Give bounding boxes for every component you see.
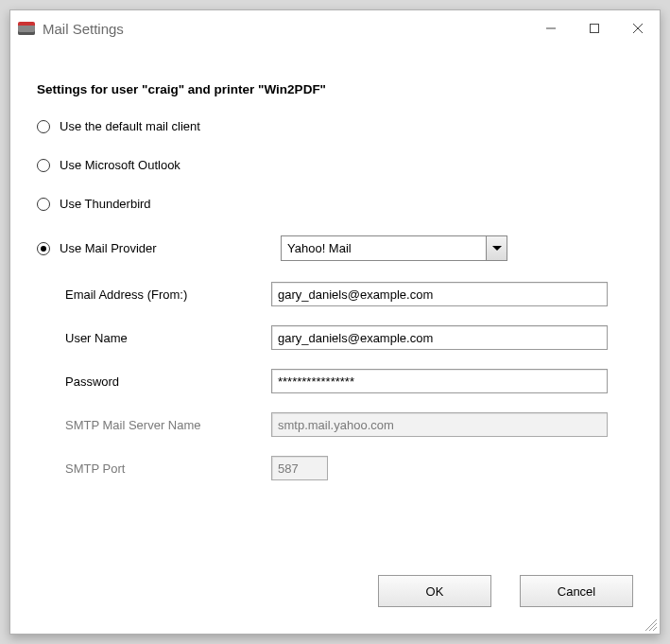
- resize-grip[interactable]: [642, 616, 657, 631]
- maximize-button[interactable]: [573, 10, 616, 46]
- radio-icon: [37, 159, 50, 172]
- username-field[interactable]: [271, 325, 608, 350]
- window-title: Mail Settings: [43, 21, 529, 37]
- dialog-body: Settings for user "craig" and printer "W…: [10, 46, 660, 499]
- cancel-button[interactable]: Cancel: [520, 575, 633, 607]
- svg-line-5: [649, 623, 657, 631]
- radio-label: Use Mail Provider: [60, 241, 157, 255]
- email-field[interactable]: [271, 282, 608, 306]
- provider-select-value: Yahoo! Mail: [282, 241, 486, 255]
- titlebar-buttons: [529, 10, 660, 46]
- provider-select[interactable]: Yahoo! Mail: [281, 235, 507, 261]
- email-label: Email Address (From:): [65, 287, 271, 302]
- radio-icon: [37, 120, 50, 133]
- minimize-button[interactable]: [529, 10, 573, 46]
- radio-label: Use the default mail client: [60, 119, 200, 133]
- close-button[interactable]: [616, 10, 660, 46]
- chevron-down-icon: [486, 236, 507, 260]
- radio-label: Use Microsoft Outlook: [60, 158, 180, 172]
- smtp-port-label: SMTP Port: [65, 461, 271, 476]
- dialog-buttons: OK Cancel: [378, 575, 633, 607]
- printer-icon: [18, 22, 35, 35]
- titlebar: Mail Settings: [10, 10, 660, 46]
- smtp-server-label: SMTP Mail Server Name: [65, 418, 271, 432]
- svg-rect-1: [591, 25, 599, 33]
- radio-thunderbird[interactable]: Use Thunderbird: [37, 197, 633, 211]
- radio-icon: [37, 242, 50, 255]
- mail-settings-dialog: Mail Settings Settings for user "craig" …: [9, 9, 661, 635]
- settings-heading: Settings for user "craig" and printer "W…: [37, 82, 633, 96]
- svg-line-6: [653, 627, 657, 631]
- radio-outlook[interactable]: Use Microsoft Outlook: [37, 158, 633, 172]
- password-label: Password: [65, 374, 271, 389]
- radio-label: Use Thunderbird: [60, 197, 151, 211]
- radio-icon: [37, 198, 50, 211]
- username-label: User Name: [65, 331, 271, 345]
- smtp-port-field: [271, 456, 328, 480]
- password-field[interactable]: [271, 369, 608, 393]
- radio-mail-provider[interactable]: Use Mail Provider: [37, 241, 281, 255]
- radio-default-client[interactable]: Use the default mail client: [37, 119, 633, 133]
- ok-button[interactable]: OK: [378, 575, 491, 607]
- smtp-server-field: [271, 412, 608, 437]
